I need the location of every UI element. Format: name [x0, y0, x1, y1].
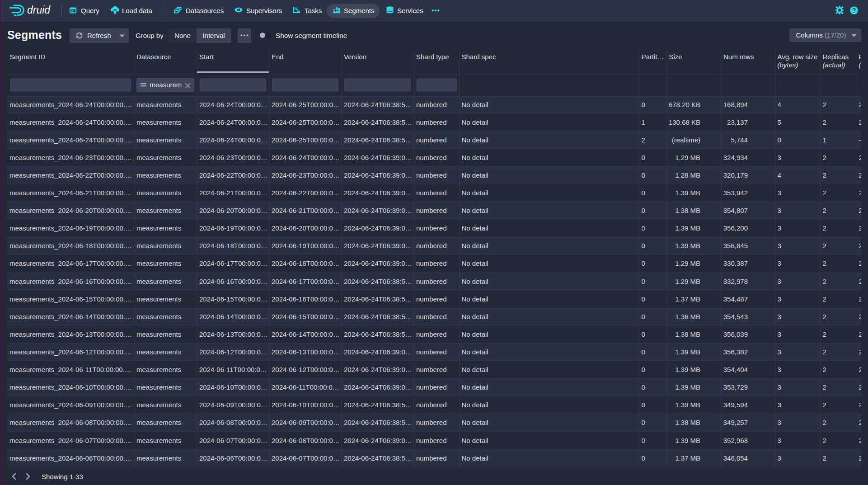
svg-text:?: ? [852, 7, 856, 14]
